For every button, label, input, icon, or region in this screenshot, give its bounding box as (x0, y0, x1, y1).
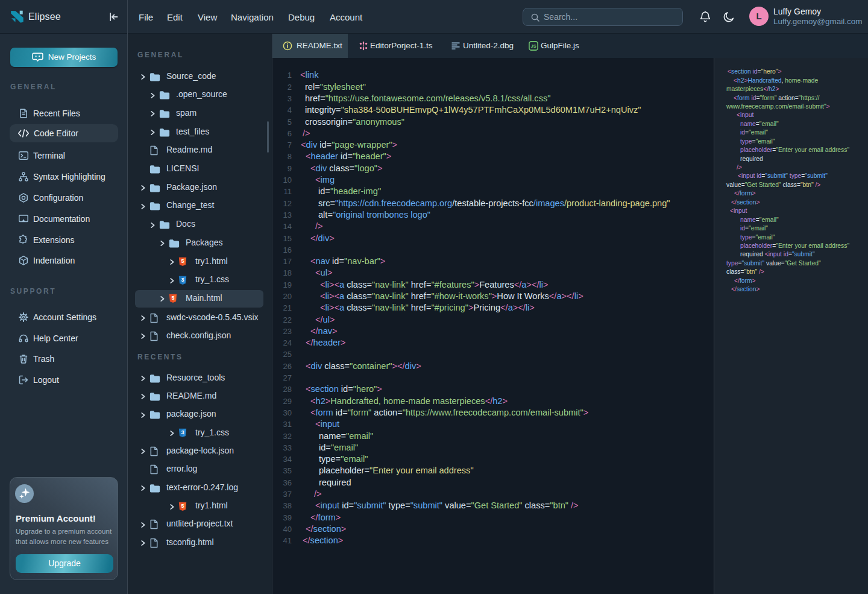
svg-text:5: 5 (172, 295, 175, 302)
svg-text:5: 5 (181, 258, 184, 264)
svg-text:JS: JS (531, 43, 536, 49)
svg-text:5: 5 (181, 503, 184, 509)
svg-text:3: 3 (181, 277, 184, 283)
svg-text:3: 3 (181, 429, 184, 435)
